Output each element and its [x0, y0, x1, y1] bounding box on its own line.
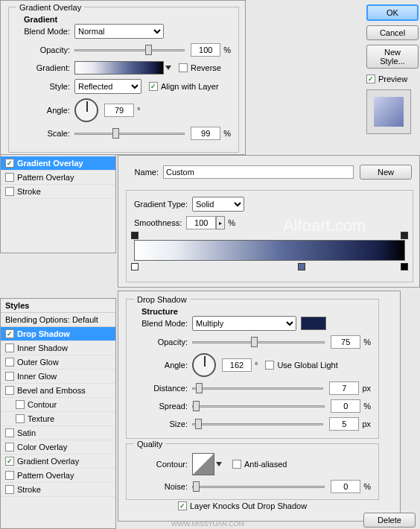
distance-input[interactable] — [329, 381, 359, 395]
style-item-color-overlay[interactable]: Color Overlay — [1, 440, 115, 454]
distance-slider[interactable] — [192, 387, 323, 390]
blend-mode-label: Blend Mode: — [16, 27, 74, 36]
style-label: Satin — [17, 428, 36, 437]
style-checkbox[interactable] — [5, 343, 14, 352]
style-item-inner-shadow[interactable]: Inner Shadow — [1, 341, 115, 355]
style-checkbox[interactable] — [16, 400, 25, 409]
style-item-gradient-overlay[interactable]: Gradient Overlay — [1, 156, 115, 171]
style-item-gradient-overlay[interactable]: Gradient Overlay — [1, 454, 115, 469]
pct-label: % — [228, 218, 235, 227]
color-stop-3[interactable] — [401, 263, 408, 270]
style-item-drop-shadow[interactable]: Drop Shadow — [1, 327, 115, 341]
smoothness-input[interactable] — [186, 216, 216, 229]
spread-input[interactable] — [331, 399, 360, 413]
style-item-texture[interactable]: Texture — [1, 412, 115, 426]
gradient-type-label: Gradient Type: — [134, 200, 188, 209]
style-item-stroke[interactable]: Stroke — [1, 185, 115, 199]
angle-label: Angle: — [134, 361, 192, 370]
ds-angle-input[interactable] — [222, 358, 252, 372]
align-label: Align with Layer — [161, 82, 219, 91]
noise-slider[interactable] — [192, 486, 325, 488]
ds-angle-dial[interactable] — [192, 353, 216, 377]
gradient-name-input[interactable] — [163, 165, 354, 179]
gradient-picker[interactable] — [74, 61, 164, 75]
blend-mode-select[interactable]: Normal — [74, 24, 164, 39]
ds-blend-mode-select[interactable]: Multiply — [192, 316, 296, 331]
size-input[interactable] — [329, 417, 359, 431]
delete-button[interactable]: Delete — [363, 513, 416, 528]
scale-input[interactable] — [191, 127, 220, 140]
style-item-satin[interactable]: Satin — [1, 426, 115, 440]
style-item-stroke[interactable]: Stroke — [1, 483, 115, 497]
opacity-stop-left[interactable] — [131, 232, 139, 239]
ds-opacity-input[interactable] — [331, 335, 360, 349]
blending-options[interactable]: Blending Options: Default — [1, 313, 115, 327]
contour-label: Contour: — [134, 460, 192, 469]
style-item-inner-glow[interactable]: Inner Glow — [1, 370, 115, 384]
style-label: Outer Glow — [17, 358, 59, 367]
gradient-editor-panel: Name: New . Gradient Type: Solid Smoothn… — [118, 155, 420, 288]
style-item-pattern-overlay[interactable]: Pattern Overlay — [1, 171, 115, 185]
reverse-checkbox[interactable] — [179, 63, 188, 72]
group-title: Gradient Overlay — [16, 3, 84, 12]
style-item-pattern-overlay[interactable]: Pattern Overlay — [1, 469, 115, 483]
reverse-label: Reverse — [191, 63, 221, 72]
style-checkbox[interactable] — [5, 428, 14, 437]
scale-label: Scale: — [16, 129, 74, 138]
style-item-bevel-and-emboss[interactable]: Bevel and Emboss — [1, 384, 115, 398]
style-label: Gradient Overlay — [17, 159, 83, 168]
style-list: Drop ShadowInner ShadowOuter GlowInner G… — [1, 327, 115, 497]
smoothness-spinner[interactable]: ▸ — [216, 216, 225, 229]
gradient-type-group: . Gradient Type: Solid Smoothness: ▸ % — [126, 190, 413, 282]
angle-dial[interactable] — [74, 98, 98, 122]
style-checkbox[interactable] — [5, 187, 14, 196]
contour-picker[interactable] — [192, 453, 214, 475]
opacity-stop-right[interactable] — [401, 232, 408, 239]
ok-button[interactable]: OK — [366, 4, 419, 21]
style-checkbox[interactable] — [5, 329, 14, 338]
deg-label: ° — [255, 361, 258, 370]
opacity-slider[interactable] — [74, 49, 185, 51]
gradient-type-select[interactable]: Solid — [192, 197, 244, 212]
spread-slider[interactable] — [192, 405, 325, 408]
style-checkbox[interactable] — [5, 443, 14, 452]
style-checkbox[interactable] — [5, 173, 14, 182]
pct-label: % — [223, 129, 231, 138]
opacity-input[interactable] — [191, 43, 220, 57]
size-slider[interactable] — [192, 423, 323, 425]
style-checkbox[interactable] — [5, 358, 14, 367]
style-select[interactable]: Reflected — [74, 79, 141, 94]
style-checkbox[interactable] — [16, 414, 25, 423]
color-stop-1[interactable] — [131, 263, 139, 270]
cancel-button[interactable]: Cancel — [366, 25, 419, 40]
angle-input[interactable] — [104, 104, 134, 117]
global-light-checkbox[interactable] — [265, 361, 274, 370]
preview-checkbox[interactable] — [366, 75, 375, 83]
anti-aliased-checkbox[interactable] — [232, 460, 241, 469]
style-checkbox[interactable] — [5, 159, 14, 168]
style-checkbox[interactable] — [5, 485, 14, 494]
scale-slider[interactable] — [74, 133, 185, 135]
style-item-outer-glow[interactable]: Outer Glow — [1, 355, 115, 370]
name-label: Name: — [126, 168, 163, 177]
noise-input[interactable] — [331, 480, 360, 493]
gradient-overlay-group: Gradient Overlay Gradient Blend Mode: No… — [8, 7, 239, 153]
style-checkbox[interactable] — [5, 457, 14, 466]
style-label: Color Overlay — [17, 443, 67, 452]
new-style-button[interactable]: New Style... — [366, 45, 419, 69]
style-item-contour[interactable]: Contour — [1, 398, 115, 412]
ds-opacity-slider[interactable] — [192, 341, 325, 343]
style-checkbox[interactable] — [5, 386, 14, 395]
color-stop-2[interactable] — [298, 263, 305, 270]
style-label: Stroke — [17, 485, 41, 494]
style-label: Gradient Overlay — [17, 457, 79, 466]
button-column: OK Cancel New Style... Preview — [366, 4, 419, 134]
px-label: px — [362, 419, 371, 428]
style-checkbox[interactable] — [5, 372, 14, 381]
new-button[interactable]: New — [360, 165, 412, 180]
knockout-checkbox[interactable] — [178, 501, 187, 510]
align-checkbox[interactable] — [149, 82, 158, 91]
shadow-color-swatch[interactable] — [301, 317, 326, 330]
style-checkbox[interactable] — [5, 471, 14, 480]
gradient-editor-bar[interactable] — [134, 240, 405, 261]
